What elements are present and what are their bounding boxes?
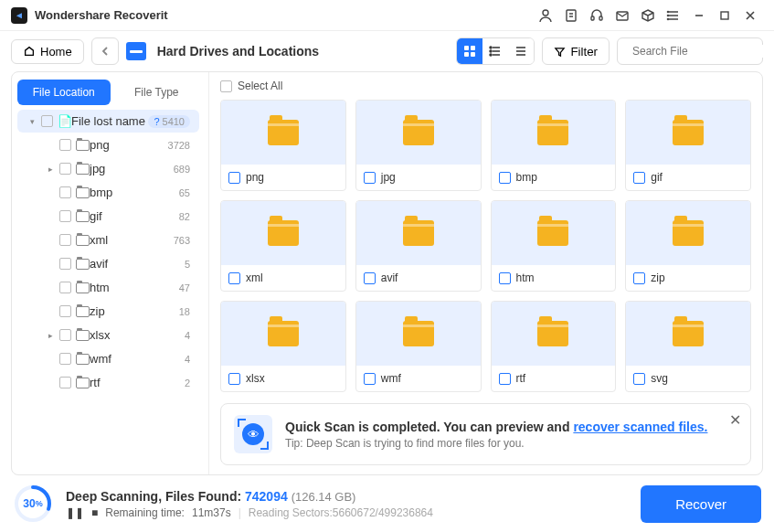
svg-point-15: [490, 54, 492, 56]
recover-button[interactable]: Recover: [641, 485, 761, 523]
folder-checkbox[interactable]: [228, 272, 240, 284]
package-icon[interactable]: [639, 6, 657, 25]
view-grid-button[interactable]: [457, 38, 482, 64]
folder-checkbox[interactable]: [499, 373, 511, 385]
folder-card[interactable]: gif: [625, 100, 751, 191]
expand-icon[interactable]: ▾: [30, 117, 39, 126]
folder-thumbnail: [221, 101, 345, 165]
checkbox[interactable]: [59, 234, 71, 246]
select-all-row[interactable]: Select All: [209, 72, 762, 96]
checkbox[interactable]: [59, 210, 71, 222]
filter-label: Filter: [570, 45, 598, 59]
checkbox[interactable]: [59, 163, 71, 175]
tree-item[interactable]: gif82: [17, 205, 199, 228]
remaining-label: Remaining time:: [105, 506, 185, 519]
pause-button[interactable]: ❚❚: [66, 506, 84, 519]
view-detail-button[interactable]: [508, 38, 534, 64]
home-button[interactable]: Home: [11, 39, 84, 64]
minimize-icon[interactable]: [690, 6, 708, 25]
tab-file-type[interactable]: File Type: [111, 80, 204, 105]
headset-icon[interactable]: [588, 6, 606, 25]
select-all-checkbox[interactable]: [220, 80, 232, 92]
folder-card[interactable]: jpg: [355, 100, 482, 191]
folder-checkbox[interactable]: [499, 172, 511, 184]
folder-card[interactable]: wmf: [355, 301, 482, 392]
expand-icon[interactable]: ▸: [48, 165, 58, 174]
tree-item[interactable]: xml763: [17, 229, 199, 251]
checkbox[interactable]: [59, 329, 71, 341]
folder-icon: [76, 378, 90, 388]
folder-card[interactable]: svg: [625, 301, 751, 392]
folder-card[interactable]: htm: [491, 200, 617, 292]
user-icon[interactable]: [536, 6, 555, 25]
tree-item[interactable]: ▸jpg689: [17, 157, 199, 180]
tree-item[interactable]: zip18: [17, 300, 199, 323]
tree-root[interactable]: ▾ File lost name ?5410: [17, 110, 199, 133]
back-button[interactable]: [91, 37, 119, 65]
folder-card[interactable]: zip: [625, 200, 751, 292]
tree-item-count: 2: [185, 378, 190, 388]
folder-icon: [403, 321, 434, 346]
svg-point-5: [668, 11, 669, 12]
checkbox[interactable]: [59, 258, 71, 270]
menu-icon[interactable]: [664, 6, 683, 25]
checkbox[interactable]: [59, 139, 71, 151]
folder-icon: [537, 120, 568, 145]
search-box[interactable]: [617, 37, 763, 65]
footer: 30% Deep Scanning, Files Found: 742094 (…: [0, 475, 774, 532]
folder-card[interactable]: bmp: [491, 100, 617, 191]
checkbox[interactable]: [59, 377, 71, 388]
folder-checkbox[interactable]: [364, 172, 376, 184]
tree-item[interactable]: avif5: [17, 252, 199, 275]
expand-icon[interactable]: ▸: [48, 331, 58, 340]
folder-checkbox[interactable]: [633, 272, 645, 284]
tree-item[interactable]: bmp65: [17, 181, 199, 204]
maximize-icon[interactable]: [716, 6, 734, 25]
folder-card[interactable]: png: [220, 100, 346, 191]
tab-file-location[interactable]: File Location: [17, 80, 111, 105]
tree-item[interactable]: htm47: [17, 276, 199, 299]
folder-icon: [537, 321, 568, 346]
notification-close-icon[interactable]: ✕: [729, 411, 741, 429]
tree-item[interactable]: rtf2: [17, 371, 199, 394]
close-icon[interactable]: [741, 6, 759, 25]
folder-thumbnail: [356, 101, 481, 165]
folder-card[interactable]: xlsx: [220, 301, 346, 392]
recover-files-link[interactable]: recover scanned files.: [573, 420, 707, 434]
folder-icon: [76, 354, 90, 365]
folder-checkbox[interactable]: [364, 373, 376, 385]
view-mode-group: [456, 37, 535, 65]
folder-thumbnail: [492, 101, 616, 165]
folder-icon: [76, 306, 90, 317]
checkbox[interactable]: [59, 282, 71, 293]
svg-rect-11: [464, 52, 469, 57]
folder-card[interactable]: xml: [220, 200, 346, 292]
checkbox[interactable]: [59, 353, 71, 365]
folder-checkbox[interactable]: [633, 373, 645, 385]
folder-card[interactable]: avif: [355, 200, 482, 292]
folder-checkbox[interactable]: [228, 172, 240, 184]
titlebar: Wondershare Recoverit: [0, 0, 774, 31]
folder-name: wmf: [381, 372, 401, 385]
view-list-button[interactable]: [482, 38, 508, 64]
checkbox[interactable]: [41, 115, 53, 127]
tree-item[interactable]: png3728: [17, 133, 199, 156]
tree-root-count: ?5410: [148, 115, 190, 128]
search-input[interactable]: [632, 45, 769, 58]
folder-checkbox[interactable]: [228, 373, 240, 385]
filter-button[interactable]: Filter: [542, 37, 610, 65]
folder-checkbox[interactable]: [633, 172, 645, 184]
folder-name: htm: [516, 271, 535, 284]
tree-item[interactable]: wmf4: [17, 347, 199, 370]
mail-icon[interactable]: [613, 6, 631, 25]
file-tree[interactable]: ▾ File lost name ?5410 png3728▸jpg689bmp…: [12, 105, 207, 474]
stop-button[interactable]: ■: [91, 506, 98, 519]
checkbox[interactable]: [59, 186, 71, 198]
folder-checkbox[interactable]: [364, 272, 376, 284]
folder-card[interactable]: rtf: [491, 301, 617, 392]
checkbox[interactable]: [59, 305, 71, 317]
folder-checkbox[interactable]: [499, 272, 511, 284]
tree-item[interactable]: ▸xlsx4: [17, 324, 199, 346]
document-icon[interactable]: [562, 6, 580, 25]
content-area: Select All pngjpgbmpgifxmlavifhtmzipxlsx…: [209, 72, 762, 474]
